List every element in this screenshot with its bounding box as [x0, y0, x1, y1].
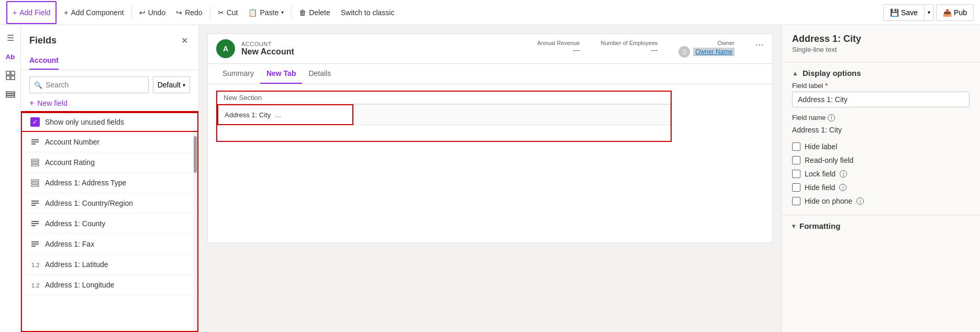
text-field-icon[interactable]: Ab — [2, 48, 19, 65]
hide-on-phone-info-icon[interactable]: i — [856, 197, 864, 205]
section-empty-col — [353, 104, 671, 125]
owner-info: O Owner Name — [678, 46, 734, 58]
list-item[interactable]: Account Rating — [22, 152, 193, 173]
unused-checkbox[interactable]: ✓ — [30, 117, 40, 127]
dropdown-label: Default — [158, 81, 181, 89]
switch-label: Switch to classic — [341, 8, 395, 17]
svg-rect-0 — [6, 71, 10, 75]
header-more-icon[interactable]: ⋯ — [755, 40, 764, 58]
section-field-dots: ... — [275, 110, 281, 119]
lock-field-checkbox[interactable] — [792, 170, 800, 178]
scroll-thumb[interactable] — [194, 136, 197, 173]
owner-label: Owner — [678, 40, 734, 46]
tab-account[interactable]: Account — [29, 52, 59, 70]
text-icon4 — [30, 239, 40, 249]
svg-rect-8 — [31, 141, 39, 142]
required-star: * — [825, 82, 828, 90]
publish-button[interactable]: 📤 Pub — [936, 4, 974, 21]
list-item[interactable]: Account Number — [22, 132, 193, 152]
read-only-checkbox[interactable] — [792, 156, 800, 164]
section-columns: Address 1: City ... — [217, 104, 671, 125]
fields-header: Fields ✕ — [21, 25, 198, 48]
save-icon: 💾 — [890, 8, 899, 17]
display-options-heading[interactable]: ▲ Display options — [782, 62, 980, 82]
right-title: Address 1: City — [792, 34, 970, 45]
fields-search-container: 🔍 — [29, 76, 149, 93]
hide-on-phone-checkbox[interactable] — [792, 197, 800, 205]
field-label: Account Rating — [45, 158, 95, 167]
hide-field-checkbox[interactable] — [792, 183, 800, 192]
field-label: Address 1: Address Type — [45, 179, 126, 187]
cut-icon: ✂ — [218, 8, 224, 17]
canvas-area: A ACCOUNT New Account Annual Revenue ---… — [199, 25, 781, 332]
delete-button[interactable]: 🗑 Delete — [294, 0, 335, 25]
field-label: Address 1: Latitude — [45, 260, 108, 269]
switch-classic-button[interactable]: Switch to classic — [336, 0, 400, 25]
optionset-icon2 — [30, 178, 40, 187]
field-list-container: Account Number Account Rating Address 1:… — [22, 132, 197, 331]
decimal-icon2: 1.2 — [30, 280, 40, 290]
add-field-button[interactable]: + Add Field — [6, 1, 57, 24]
paste-dropdown-icon: ▾ — [281, 9, 284, 15]
svg-rect-12 — [31, 164, 39, 166]
fields-close-button[interactable]: ✕ — [179, 34, 190, 48]
field-name-info-icon[interactable]: i — [828, 114, 835, 121]
add-field-label: Add Field — [19, 8, 50, 17]
account-name: New Account — [241, 47, 531, 57]
add-component-button[interactable]: + Add Component — [59, 0, 129, 25]
new-field-row[interactable]: + New field — [21, 93, 198, 111]
layers-icon[interactable] — [2, 86, 19, 103]
annual-revenue-label: Annual Revenue — [537, 40, 580, 46]
save-dropdown-button[interactable]: ▾ — [925, 4, 934, 21]
separator1 — [131, 6, 132, 19]
cut-label: Cut — [227, 8, 238, 17]
section-field-box[interactable]: Address 1: City ... — [217, 104, 353, 125]
section-field-label: Address 1: City — [225, 111, 271, 119]
lock-field-info-icon[interactable]: i — [840, 170, 847, 178]
hamburger-icon[interactable]: ☰ — [2, 29, 19, 46]
list-item[interactable]: Address 1: Country/Region — [22, 193, 193, 214]
form-body: New Section Address 1: City ... — [208, 84, 772, 148]
list-item[interactable]: Address 1: Fax — [22, 234, 193, 254]
optionset-icon — [30, 158, 40, 167]
hide-field-info-icon[interactable]: i — [839, 184, 847, 191]
account-header: A ACCOUNT New Account Annual Revenue ---… — [208, 34, 772, 64]
new-section-wrapper: New Section Address 1: City ... — [216, 91, 672, 142]
formatting-heading[interactable]: ▾ Formatting — [782, 215, 980, 230]
list-item[interactable]: 1.2 Address 1: Latitude — [22, 254, 193, 275]
save-button[interactable]: 💾 Save — [883, 4, 925, 21]
tab-details[interactable]: Details — [302, 64, 337, 84]
unused-fields-row[interactable]: ✓ Show only unused fields — [22, 112, 197, 132]
lock-field-text: Lock field — [805, 170, 836, 178]
account-label: ACCOUNT — [241, 41, 531, 47]
grid-icon[interactable] — [2, 67, 19, 84]
search-input[interactable] — [46, 81, 144, 89]
paste-icon: 📋 — [248, 8, 257, 17]
search-dropdown[interactable]: Default ▾ — [153, 76, 190, 93]
publish-icon: 📤 — [943, 8, 952, 17]
field-name-group: Field name i Address 1: City — [782, 114, 980, 142]
plus-icon2: + — [64, 8, 68, 17]
plus-icon: + — [13, 8, 17, 17]
list-item[interactable]: Address 1: County — [22, 214, 193, 234]
section-empty-row — [217, 125, 671, 141]
hide-label-checkbox[interactable] — [792, 142, 800, 151]
tab-summary[interactable]: Summary — [216, 64, 260, 84]
undo-button[interactable]: ↩ Undo — [134, 0, 171, 25]
separator2 — [210, 6, 210, 19]
account-avatar: A — [216, 39, 235, 58]
svg-rect-1 — [11, 71, 15, 75]
list-item[interactable]: 1.2 Address 1: Longitude — [22, 275, 193, 295]
tab-newtab[interactable]: New Tab — [260, 64, 303, 84]
hide-field-text: Hide field — [805, 183, 835, 192]
svg-rect-21 — [31, 225, 36, 226]
paste-button[interactable]: 📋 Paste ▾ — [243, 0, 289, 25]
list-item[interactable]: Address 1: Address Type — [22, 173, 193, 193]
svg-rect-14 — [31, 182, 39, 184]
cut-button[interactable]: ✂ Cut — [213, 0, 243, 25]
svg-rect-23 — [31, 244, 39, 245]
redo-button[interactable]: ↪ Redo — [171, 0, 207, 25]
field-label: Address 1: Longitude — [45, 281, 114, 289]
field-label-input[interactable] — [792, 92, 970, 107]
owner-name[interactable]: Owner Name — [693, 48, 734, 56]
